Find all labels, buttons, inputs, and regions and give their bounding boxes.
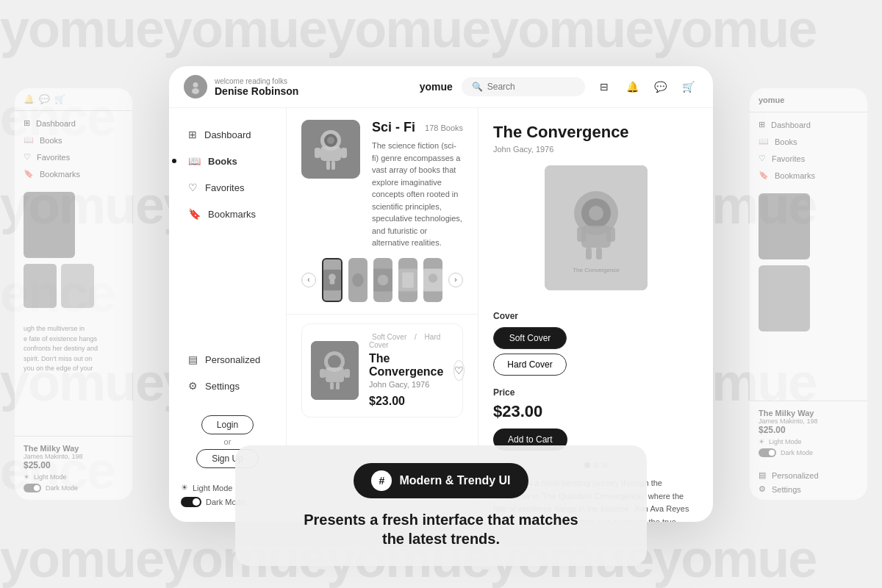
ghost-right-bookmarks: 🔖 Bookmarks bbox=[759, 171, 858, 180]
svg-rect-5 bbox=[320, 146, 341, 161]
thumb-2[interactable] bbox=[348, 258, 368, 302]
search-input[interactable] bbox=[487, 82, 575, 92]
ghost-moon-icon: ☀ bbox=[24, 473, 29, 481]
banner-subtitle: Presents a fresh interface that matchest… bbox=[265, 510, 617, 548]
scifi-info: Sci - Fi 178 Books The science fiction (… bbox=[372, 120, 463, 249]
light-mode-label: Light Mode bbox=[193, 484, 232, 492]
ghost-heart-icon: ♡ bbox=[24, 152, 31, 162]
thumb-next-button[interactable]: › bbox=[448, 273, 463, 287]
sidebar-item-dashboard[interactable]: ⊞ Dashboard bbox=[181, 123, 274, 146]
soft-cover-label: Soft Cover bbox=[372, 333, 406, 341]
top-icons: ⊟ 🔔 💬 🛒 bbox=[594, 76, 698, 97]
ghost-right-book-icon: 📖 bbox=[759, 137, 769, 146]
ghost-right-bottom: The Milky Way James Makinto, 198 $25.00 … bbox=[750, 401, 867, 465]
sidebar-label-dashboard: Dashboard bbox=[204, 129, 251, 140]
svg-rect-36 bbox=[577, 227, 586, 242]
sidebar-item-books[interactable]: 📖 Books bbox=[181, 149, 274, 173]
personalized-icon: ▤ bbox=[188, 354, 198, 365]
chat-icon[interactable]: 💬 bbox=[650, 76, 670, 97]
scifi-header: Sci - Fi 178 Books The science fiction (… bbox=[301, 120, 463, 249]
ghost-nav-bookmarks: 🔖 Bookmarks bbox=[24, 169, 123, 179]
cover-label: Cover bbox=[493, 311, 698, 321]
ghost-right-cover-1 bbox=[759, 193, 810, 259]
ghost-dark-toggle bbox=[24, 484, 41, 492]
ghost-grid-icon: ⊞ bbox=[24, 118, 30, 128]
filter-icon[interactable]: ⊟ bbox=[594, 76, 614, 97]
bookmarks-icon: 🔖 bbox=[188, 208, 201, 220]
detail-book-title: The Convergence bbox=[493, 123, 698, 142]
ghost-right-moon-icon: ☀ bbox=[759, 438, 764, 445]
bottom-banner: # Modern & Trendy UI Presents a fresh in… bbox=[235, 445, 647, 566]
dark-mode-toggle[interactable] bbox=[181, 497, 201, 507]
svg-rect-20 bbox=[402, 272, 414, 287]
sidebar-item-settings[interactable]: ⚙ Settings bbox=[181, 374, 274, 398]
svg-rect-27 bbox=[330, 382, 334, 390]
sidebar-item-favorites[interactable]: ♡ Favorites bbox=[181, 176, 274, 199]
ghost-bookmark-icon: 🔖 bbox=[24, 169, 34, 179]
scifi-description: The science fiction (sci-fi) genre encom… bbox=[372, 140, 463, 249]
svg-point-16 bbox=[352, 273, 364, 287]
sidebar-label-favorites: Favorites bbox=[205, 182, 244, 193]
thumb-4[interactable] bbox=[398, 258, 417, 302]
sidebar-item-bookmarks[interactable]: 🔖 Bookmarks bbox=[181, 202, 274, 226]
banner-badge: # Modern & Trendy UI bbox=[354, 463, 528, 498]
right-ghost-panel: yomue ⊞ Dashboard 📖 Books ♡ Favorites 🔖 … bbox=[750, 88, 867, 500]
thumb-1[interactable] bbox=[322, 258, 343, 302]
ghost-nav-dashboard: ⊞ Dashboard bbox=[24, 118, 123, 128]
book-thumbnails: ‹ bbox=[301, 258, 463, 302]
thumb-prev-button[interactable]: ‹ bbox=[301, 273, 316, 287]
ghost-nav-favorites: ♡ Favorites bbox=[24, 152, 123, 162]
ghost-book-cover-3 bbox=[61, 264, 94, 308]
hard-cover-button[interactable]: Hard Cover bbox=[493, 354, 567, 376]
svg-point-18 bbox=[378, 274, 389, 285]
ghost-right-bookmark-icon: 🔖 bbox=[759, 171, 769, 180]
svg-rect-38 bbox=[586, 248, 592, 259]
ghost-book-icon: 📖 bbox=[24, 135, 34, 145]
ghost-book-cover-2 bbox=[24, 264, 57, 308]
favorite-button[interactable]: ♡ bbox=[453, 360, 465, 381]
sun-icon: ☀ bbox=[181, 483, 188, 492]
ghost-text-desc: ugh the multiverse ine fate of existence… bbox=[15, 320, 132, 379]
ghost-bell-icon: 🔔 bbox=[24, 94, 35, 104]
thumb-5[interactable] bbox=[423, 258, 442, 302]
ghost-left-bottom: The Milky Way James Makinto, 198 $25.00 … bbox=[15, 436, 132, 500]
price-label: Price bbox=[493, 387, 698, 398]
dashboard-icon: ⊞ bbox=[188, 129, 197, 140]
cart-icon[interactable]: 🛒 bbox=[678, 76, 698, 97]
soft-cover-button[interactable]: Soft Cover bbox=[493, 327, 567, 349]
sidebar-item-personalized[interactable]: ▤ Personalized bbox=[181, 348, 274, 371]
svg-text:The Convergence: The Convergence bbox=[573, 267, 620, 273]
svg-rect-10 bbox=[315, 148, 320, 158]
sidebar-label-bookmarks: Bookmarks bbox=[208, 209, 256, 220]
ghost-right-grid-icon: ⊞ bbox=[759, 120, 765, 129]
svg-point-7 bbox=[327, 137, 334, 144]
thumb-3[interactable] bbox=[373, 258, 392, 302]
ghost-right-cover-2 bbox=[759, 265, 810, 331]
left-ghost-panel: 🔔 💬 🛒 ⊞ Dashboard 📖 Books ♡ Favorites 🔖 … bbox=[15, 88, 132, 500]
svg-rect-29 bbox=[320, 369, 326, 378]
search-icon: 🔍 bbox=[472, 82, 483, 92]
avatar bbox=[184, 75, 207, 98]
ghost-right-personalized: ▤ Personalized bbox=[759, 470, 858, 480]
svg-rect-30 bbox=[344, 369, 350, 378]
svg-rect-11 bbox=[341, 148, 347, 158]
search-bar[interactable]: 🔍 bbox=[462, 77, 585, 96]
book-card-price: $23.00 bbox=[369, 395, 443, 408]
ghost-right-books: 📖 Books bbox=[759, 137, 858, 146]
ghost-right-heart-icon: ♡ bbox=[759, 154, 766, 163]
svg-rect-14 bbox=[330, 280, 335, 284]
scifi-section: Sci - Fi 178 Books The science fiction (… bbox=[287, 108, 478, 315]
ghost-nav-books: 📖 Books bbox=[24, 135, 123, 145]
scifi-title: Sci - Fi bbox=[372, 120, 415, 135]
book-card-author: John Gacy, 1976 bbox=[369, 380, 443, 389]
ghost-right-logo: yomue bbox=[759, 96, 858, 104]
svg-point-2 bbox=[192, 88, 199, 94]
svg-rect-8 bbox=[326, 161, 330, 170]
login-button[interactable]: Login bbox=[201, 415, 254, 434]
user-info: welcome reading folks Denise Robinson bbox=[184, 75, 298, 98]
bell-icon[interactable]: 🔔 bbox=[622, 76, 642, 97]
cover-buttons: Soft Cover Hard Cover bbox=[493, 327, 698, 376]
ghost-left-icons: 🔔 💬 🛒 bbox=[15, 88, 132, 111]
book-3d-image: The Convergence bbox=[545, 165, 648, 290]
ghost-right-favorites: ♡ Favorites bbox=[759, 154, 858, 163]
